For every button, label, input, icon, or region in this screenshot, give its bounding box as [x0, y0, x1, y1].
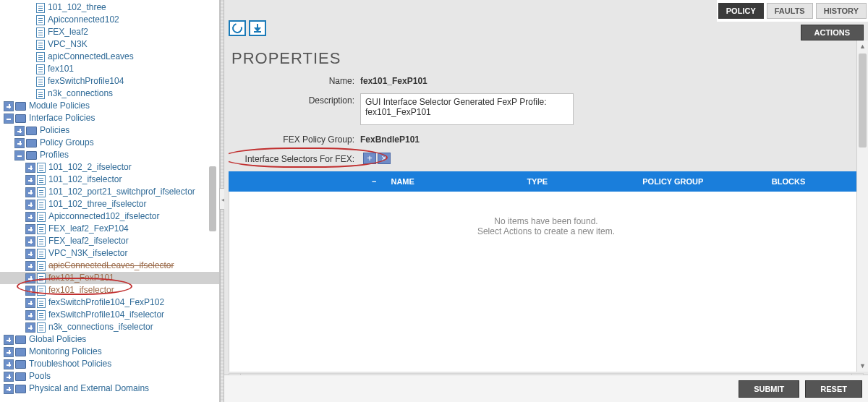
- tree-item[interactable]: 101_102_three_ifselector: [0, 198, 219, 210]
- col-name[interactable]: NAME: [380, 177, 516, 186]
- tree-item[interactable]: Global Policies: [0, 333, 219, 346]
- download-button[interactable]: [249, 20, 266, 36]
- tree-item-label: fexSwitchProfile104_FexP102: [48, 296, 164, 309]
- col-blocks[interactable]: BLOCKS: [762, 177, 864, 186]
- tree-item[interactable]: VPC_N3K: [0, 38, 219, 51]
- main-vscrollbar[interactable]: ▲ ▼: [856, 40, 868, 372]
- document-icon: [37, 224, 46, 234]
- tree-item[interactable]: Physical and External Domains: [0, 382, 219, 395]
- document-icon: [36, 3, 45, 13]
- col-type[interactable]: TYPE: [516, 177, 632, 186]
- tree-item-label: apicConnectedLeaves_ifselector: [48, 260, 174, 272]
- expand-toggle-icon[interactable]: [4, 101, 14, 111]
- expand-toggle-icon[interactable]: [25, 322, 35, 333]
- tree-item[interactable]: Apicconnected102: [0, 14, 219, 26]
- tree-item[interactable]: fex101_FexP101: [0, 272, 219, 284]
- tree-item-label: 101_102_port21_switchprof_ifselector: [48, 186, 195, 198]
- tab-faults[interactable]: FAULTS: [767, 3, 813, 19]
- expand-toggle-icon[interactable]: [4, 384, 14, 394]
- tree-item[interactable]: Interface Policies: [0, 112, 219, 124]
- tree-item[interactable]: fexSwitchProfile104_FexP102: [0, 296, 219, 309]
- scroll-up-icon[interactable]: ▲: [857, 40, 868, 52]
- expand-toggle-icon[interactable]: [25, 261, 35, 271]
- tree-item[interactable]: FEX_leaf2_FexP104: [0, 223, 219, 235]
- expand-toggle-icon[interactable]: [14, 138, 25, 148]
- expand-toggle-icon[interactable]: [25, 249, 35, 259]
- tree-item[interactable]: FEX_leaf2: [0, 26, 219, 38]
- tree-item[interactable]: Troubleshoot Policies: [0, 358, 219, 370]
- footer: SUBMIT RESET: [224, 375, 868, 402]
- expand-toggle-icon[interactable]: [4, 347, 14, 357]
- col-policy-group[interactable]: POLICY GROUP: [632, 177, 762, 186]
- tree-item-label: Policy Groups: [40, 137, 94, 149]
- tree-item[interactable]: Monitoring Policies: [0, 346, 219, 358]
- expand-toggle-icon[interactable]: [25, 224, 35, 234]
- grid-header: − NAME TYPE POLICY GROUP BLOCKS: [229, 171, 864, 192]
- expand-toggle-icon[interactable]: [4, 335, 14, 345]
- tree-item[interactable]: n3k_connections_ifselector: [0, 321, 219, 333]
- document-icon: [37, 212, 46, 222]
- folder-icon: [26, 127, 37, 135]
- expand-toggle-icon[interactable]: [25, 273, 35, 283]
- tree-item[interactable]: Apicconnected102_ifselector: [0, 210, 219, 223]
- expand-toggle-icon[interactable]: [4, 372, 14, 382]
- expand-toggle-icon[interactable]: [25, 175, 35, 185]
- folder-icon: [15, 335, 26, 344]
- tree-item[interactable]: 101_102_ifselector: [0, 174, 219, 186]
- tree-item[interactable]: apicConnectedLeaves: [0, 51, 219, 63]
- collapse-toggle-icon[interactable]: [14, 150, 25, 161]
- expand-toggle-icon[interactable]: [25, 163, 35, 173]
- scroll-down-icon[interactable]: ▼: [857, 360, 868, 372]
- expand-toggle-icon[interactable]: [25, 236, 35, 247]
- actions-button[interactable]: ACTIONS: [801, 25, 864, 40]
- tree-item-label: Policies: [40, 124, 69, 137]
- expand-toggle-icon[interactable]: [25, 298, 35, 308]
- folder-icon: [15, 385, 26, 393]
- expand-toggle-icon[interactable]: [4, 359, 14, 369]
- collapse-icon[interactable]: −: [372, 177, 376, 186]
- folder-icon: [26, 139, 37, 147]
- tab-history[interactable]: HISTORY: [816, 3, 867, 19]
- tree-item[interactable]: VPC_N3K_ifselector: [0, 247, 219, 260]
- tree-item[interactable]: Policies: [0, 124, 219, 137]
- tree-item[interactable]: 101_102_port21_switchprof_ifselector: [0, 186, 219, 198]
- refresh-button[interactable]: [229, 20, 246, 36]
- tree-item[interactable]: fexSwitchProfile104_ifselector: [0, 309, 219, 321]
- description-label: Description:: [229, 93, 360, 106]
- remove-selector-button[interactable]: ×: [378, 153, 391, 164]
- document-icon: [37, 310, 46, 320]
- submit-button[interactable]: SUBMIT: [739, 380, 799, 398]
- reset-button[interactable]: RESET: [805, 380, 862, 398]
- tree-item-label: fexSwitchProfile104_ifselector: [48, 309, 164, 321]
- vscroll-thumb[interactable]: [859, 54, 867, 147]
- collapse-toggle-icon[interactable]: [4, 114, 14, 124]
- tree-item[interactable]: Module Policies: [0, 100, 219, 112]
- document-icon: [37, 322, 46, 333]
- tree-item[interactable]: fex101_ifselector: [0, 284, 219, 296]
- expand-toggle-icon[interactable]: [25, 212, 35, 222]
- sidebar-scrollbar[interactable]: [208, 0, 218, 402]
- add-selector-button[interactable]: +: [363, 153, 376, 164]
- tree-item-label: VPC_N3K_ifselector: [48, 247, 127, 260]
- expand-toggle-icon[interactable]: [25, 187, 35, 197]
- tree-item[interactable]: Pools: [0, 370, 219, 382]
- tree-item[interactable]: fex101: [0, 63, 219, 75]
- tree-item[interactable]: fexSwitchProfile104: [0, 75, 219, 87]
- tree-item[interactable]: Profiles: [0, 149, 219, 161]
- expand-toggle-icon[interactable]: [25, 310, 35, 320]
- description-input[interactable]: [360, 93, 574, 125]
- tree-item-label: fex101: [48, 63, 74, 75]
- tree-item[interactable]: 101_102_three: [0, 1, 219, 14]
- expand-toggle-icon[interactable]: [14, 126, 25, 136]
- expand-toggle-icon[interactable]: [25, 286, 35, 296]
- tab-policy[interactable]: POLICY: [718, 3, 764, 19]
- tree-item[interactable]: n3k_connections: [0, 87, 219, 100]
- tree-item-label: fex101_FexP101: [48, 272, 114, 284]
- expand-toggle-icon[interactable]: [25, 200, 35, 210]
- tree-item[interactable]: 101_102_2_ifselector: [0, 161, 219, 174]
- tree-item[interactable]: Policy Groups: [0, 137, 219, 149]
- tree-item[interactable]: FEX_leaf2_ifselector: [0, 235, 219, 247]
- document-icon: [37, 175, 46, 185]
- tree-item[interactable]: apicConnectedLeaves_ifselector: [0, 260, 219, 272]
- x-icon: ×: [381, 153, 387, 163]
